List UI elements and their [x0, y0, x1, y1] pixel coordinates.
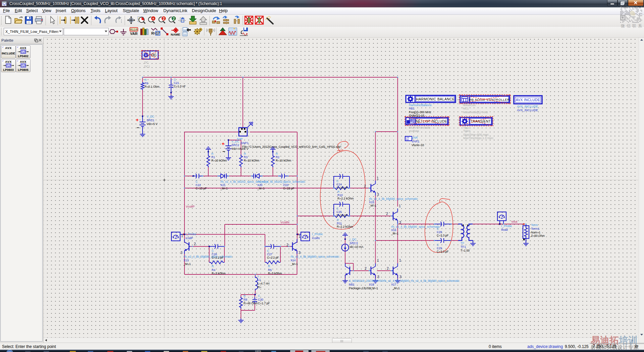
svg-text:T=1.00: T=1.00 [461, 249, 470, 252]
svg-text:+: + [152, 17, 154, 20]
svg-text:NC1: NC1 [463, 107, 469, 110]
svg-text:IcoilP: IcoilP [185, 236, 193, 240]
svg-text:1: 1 [377, 176, 379, 180]
svg-text:NoiseNode[1]=Vout: NoiseNode[1]=Vout [463, 111, 488, 114]
svg-text:I_Probe: I_Probe [501, 224, 512, 228]
svg-text:C30: C30 [258, 298, 263, 301]
svg-text:C: C [437, 243, 439, 247]
svg-text:C=3.3 pF: C=3.3 pF [437, 250, 449, 253]
svg-text:V_DC: V_DC [147, 115, 154, 118]
svg-text:R: R [276, 152, 278, 156]
svg-text:C22: C22 [196, 183, 201, 187]
svg-text:X14: X14 [290, 259, 296, 262]
svg-text:100%: 100% [255, 350, 261, 352]
svg-text:C29: C29 [437, 247, 442, 250]
svg-text:R=: R= [151, 31, 156, 35]
svg-text:R: R [337, 190, 339, 193]
svg-text:SNP1: SNP1 [240, 141, 249, 145]
svg-text:+: + [222, 141, 224, 146]
svg-text:17: 17 [156, 32, 160, 35]
svg-text:R11: R11 [337, 222, 342, 225]
svg-text:VAR: VAR [412, 136, 418, 139]
svg-text:C: C [212, 249, 214, 253]
svg-text:Iload: Iload [501, 228, 508, 231]
svg-text:C28: C28 [437, 230, 442, 234]
svg-text:I_Probe: I_Probe [185, 232, 196, 236]
svg-text:R=: R= [258, 285, 261, 289]
svg-text:muRata: muRata [409, 129, 419, 133]
svg-text:Vdc=Vtune V: Vdc=Vtune V [231, 147, 249, 150]
svg-text:_M=1: _M=1 [392, 287, 400, 290]
svg-text:C21: C21 [174, 81, 179, 85]
svg-text:Vtune=10: Vtune=10 [412, 143, 424, 147]
svg-text:C: C [283, 180, 285, 183]
svg-text:R=10 kOhm: R=10 kOhm [211, 159, 227, 162]
svg-text:_M=1: _M=1 [391, 232, 398, 235]
svg-text:X21: X21 [220, 183, 226, 187]
svg-text:C=3.3 pF: C=3.3 pF [437, 234, 449, 237]
svg-text:Term: Term [531, 223, 538, 227]
svg-text:−: − [137, 125, 139, 130]
svg-text:X18: X18 [369, 283, 374, 286]
svg-text:L1: L1 [258, 278, 261, 281]
svg-text:R=10 kOhm: R=10 kOhm [276, 159, 291, 162]
svg-text:X17: X17 [391, 283, 396, 286]
svg-text:rfs_v2_4_lib_bb202_spice_schem: rfs_v2_4_lib_bb202_spice_schematic [257, 180, 306, 183]
svg-text:Term1: Term1 [531, 227, 540, 230]
svg-text:C=1.7 pF: C=1.7 pF [258, 302, 270, 305]
svg-text:R3: R3 [244, 156, 248, 159]
svg-text:2: 2 [163, 17, 165, 20]
svg-text:Package=13USM: Package=13USM [349, 287, 371, 290]
svg-text:C: C [336, 207, 338, 210]
svg-text:R=49 Ohm: R=49 Ohm [244, 302, 258, 305]
svg-text:R10: R10 [337, 193, 343, 197]
svg-text:_M=1: _M=1 [183, 262, 191, 266]
svg-text:R1: R1 [211, 156, 215, 159]
svg-text:R9: R9 [145, 82, 148, 85]
svg-text:3: 3 [399, 275, 401, 279]
svg-text:R8: R8 [244, 298, 247, 301]
svg-text:R5: R5 [268, 268, 272, 272]
svg-text:L: L [258, 274, 259, 278]
svg-text:StopTime=500 nsec: StopTime=500 nsec [463, 133, 489, 136]
svg-text:HB1: HB1 [409, 107, 415, 110]
svg-text:Eqn: Eqn [406, 139, 409, 140]
svg-text:_M=1: _M=1 [220, 187, 228, 190]
svg-text:Z=50 Ohm: Z=50 Ohm [531, 234, 545, 237]
svg-text:C: C [174, 78, 176, 81]
svg-text:VcoilN: VcoilN [280, 221, 289, 224]
svg-text:3: 3 [377, 192, 379, 196]
svg-text:2: 2 [286, 243, 288, 247]
svg-text:rfs_v2_4_lib_bfg590_spice_sche: rfs_v2_4_lib_bfg590_spice_schematic [369, 197, 418, 201]
svg-text:−: − [222, 149, 225, 154]
svg-text:NB1: NB1 [349, 283, 355, 286]
svg-text:HARMONIC BALANCE: HARMONIC BALANCE [416, 97, 455, 101]
svg-text:SRC1: SRC1 [147, 119, 154, 122]
svg-text:AVX_INCLUDE: AVX_INCLUDE [517, 108, 538, 112]
svg-text:R: R [211, 152, 213, 156]
svg-text:1: 1 [399, 258, 401, 262]
svg-text:2: 2 [364, 184, 366, 188]
svg-text:2: 2 [194, 242, 196, 246]
svg-text:NAME: NAME [171, 33, 180, 36]
svg-text:DC1: DC1 [144, 65, 150, 68]
svg-text:R=2.2 kOhm: R=2.2 kOhm [337, 225, 353, 228]
svg-text:1: 1 [181, 234, 183, 238]
svg-text:X15: X15 [369, 201, 374, 204]
svg-text:_M=1: _M=1 [370, 287, 378, 290]
svg-text:Vdc=5 V: Vdc=5 V [147, 122, 158, 126]
svg-text:C: C [196, 180, 198, 183]
svg-text:+: + [136, 117, 139, 123]
svg-text:2: 2 [386, 212, 388, 216]
svg-text:C=15 pF: C=15 pF [196, 187, 207, 190]
svg-text:X13: X13 [183, 259, 189, 262]
svg-text:C: C [267, 249, 269, 253]
svg-text:SRC2: SRC2 [231, 143, 239, 147]
svg-text:Idc=10 mA: Idc=10 mA [350, 245, 364, 249]
svg-text:X20: X20 [257, 183, 263, 187]
svg-text:Num=1: Num=1 [531, 231, 540, 234]
svg-text:C: C [258, 294, 260, 298]
svg-text:I_DC: I_DC [350, 238, 357, 241]
svg-text:VcoilP: VcoilP [186, 205, 195, 208]
svg-text:Freq[1]=300 MHz: Freq[1]=300 MHz [409, 111, 431, 114]
